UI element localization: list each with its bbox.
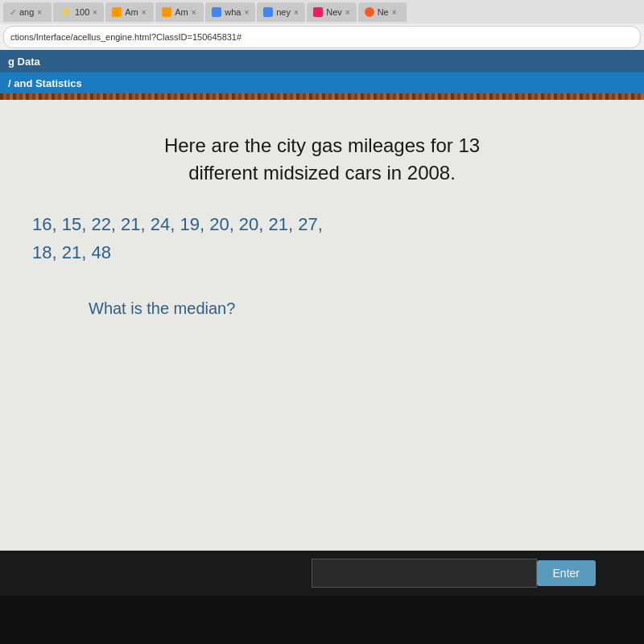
tab-am1-label: Am [125,7,138,17]
question-title: Here are the city gas mileages for 13 di… [24,132,620,186]
data-line1: 16, 15, 22, 21, 24, 19, 20, 20, 21, 27, [32,214,323,234]
bottom-bar [0,596,644,644]
tab-100[interactable]: ⚡ 100 × [53,2,104,22]
tab-ne-close[interactable]: × [392,8,397,17]
question-line1: Here are the city gas mileages for 13 [164,134,480,156]
tab-100-close[interactable]: × [93,8,97,17]
tab-bar: ✓ ang × ⚡ 100 × Am × Am × wha × [0,0,644,24]
tab-ne[interactable]: Ne × [358,2,407,22]
tab-ney-icon [263,7,273,17]
tab-nev-icon [313,7,323,17]
tab-nev[interactable]: Nev × [307,2,356,22]
tab-check-icon: ✓ [10,8,16,17]
tab-ne-icon [365,7,374,17]
header-stats-label: / and Statistics [8,77,82,89]
tab-wha-label: wha [225,7,241,17]
tab-ne-label: Ne [378,7,389,17]
tab-ang-close[interactable]: × [37,8,42,17]
tab-100-label: 100 [75,7,89,17]
tab-am2-close[interactable]: × [192,8,196,17]
tab-ney-label: ney [276,7,291,17]
tab-ang[interactable]: ✓ ang × [3,2,52,22]
browser-chrome: ✓ ang × ⚡ 100 × Am × Am × wha × [0,0,644,50]
enter-button[interactable]: Enter [537,560,596,586]
tab-am2-icon [162,7,171,17]
tab-am2[interactable]: Am × [155,2,204,22]
data-values: 16, 15, 22, 21, 24, 19, 20, 20, 21, 27, … [32,210,620,266]
tab-wha[interactable]: wha × [205,2,255,22]
decorative-border [0,93,644,100]
tab-ney-close[interactable]: × [294,8,299,17]
header-blue-bar: / and Statistics [0,72,644,93]
tab-ang-label: ang [19,7,34,17]
tab-am1-icon [112,7,122,17]
tab-nev-label: Nev [326,7,342,17]
header-data-label: g Data [8,56,40,68]
tab-100-icon: ⚡ [60,6,72,18]
tab-nev-close[interactable]: × [345,8,350,17]
data-line2: 18, 21, 48 [32,242,111,262]
page-header: g Data / and Statistics [0,50,644,100]
question-line2: different midsized cars in 2008. [188,162,456,184]
tab-wha-icon [212,7,221,17]
tab-wha-close[interactable]: × [244,8,249,17]
address-text: ctions/Interface/acellus_engine.html?Cla… [10,32,242,42]
header-dark-bar: g Data [0,50,644,72]
tab-am1[interactable]: Am × [105,2,154,22]
sub-question: What is the median? [89,299,620,318]
answer-area: Enter [0,551,644,596]
tab-am1-close[interactable]: × [142,8,147,17]
address-bar[interactable]: ctions/Interface/acellus_engine.html?Cla… [3,26,641,48]
tab-ney[interactable]: ney × [257,2,305,22]
tab-am2-label: Am [175,7,188,17]
answer-input[interactable] [312,559,537,588]
